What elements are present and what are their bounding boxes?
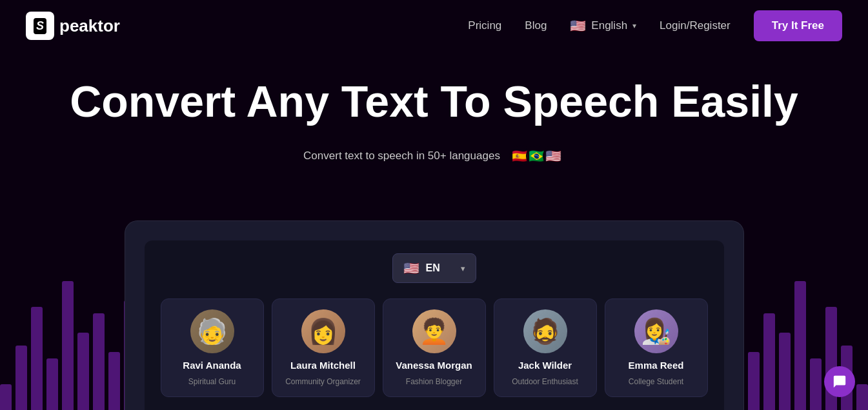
avatar-emma: 👩‍🎨 [634,309,678,353]
wave-bar [31,307,43,410]
chat-button[interactable] [824,366,855,397]
voice-name-laura: Laura Mitchell [290,360,356,371]
wave-bar [108,352,120,410]
wave-bar [810,358,822,410]
wave-bar [856,384,868,410]
language-flag: 🇺🇸 [570,18,586,34]
hero-title: Convert Any Text To Speech Easily [13,77,855,126]
language-selector[interactable]: 🇺🇸 English ▾ [570,18,636,34]
hero-subtitle: Convert text to speech in 50+ languages … [13,145,855,167]
flags-group: 🇪🇸 🇧🇷 🇺🇸 [509,145,565,167]
wave-bar [794,281,806,410]
voice-card-jack[interactable]: 🧔 Jack Wilder Outdoor Enthusiast [494,298,597,397]
voice-card-emma[interactable]: 👩‍🎨 Emma Reed College Student [605,298,708,397]
voice-role-vanessa: Fashion Blogger [406,377,462,386]
voice-card-ravi[interactable]: 🧓 Ravi Ananda Spiritual Guru [161,298,264,397]
login-register-link[interactable]: Login/Register [660,19,731,32]
language-label: English [591,19,627,32]
voice-role-laura: Community Organizer [285,377,361,386]
voice-role-jack: Outdoor Enthusiast [512,377,578,386]
avatar-vanessa: 🧑‍🦱 [412,309,456,353]
logo[interactable]: S peaktor [26,12,120,40]
wave-bar [763,313,775,410]
logo-text: peaktor [59,16,120,36]
dropdown-chevron-icon: ▾ [461,264,465,273]
dropdown-lang-code: EN [426,262,440,274]
nav-pricing[interactable]: Pricing [468,19,501,32]
chat-icon [833,375,847,389]
voice-card-vanessa[interactable]: 🧑‍🦱 Vanessa Morgan Fashion Blogger [383,298,486,397]
voice-cards: 🧓 Ravi Ananda Spiritual Guru 👩 Laura Mit… [157,298,711,397]
voice-name-jack: Jack Wilder [518,360,572,371]
wave-bar [46,358,58,410]
avatar-ravi: 🧓 [190,309,234,353]
wave-bar [15,346,27,410]
voice-role-ravi: Spiritual Guru [188,377,236,386]
voice-card-laura[interactable]: 👩 Laura Mitchell Community Organizer [272,298,375,397]
app-preview: 🇺🇸 EN ▾ 🧓 Ravi Ananda Spiritual Guru 👩 L… [125,220,744,410]
navbar: S peaktor Pricing Blog 🇺🇸 English ▾ Logi… [0,0,868,52]
chevron-down-icon: ▾ [632,21,636,30]
try-it-free-button[interactable]: Try It Free [754,10,842,41]
wave-bar [0,384,12,410]
wave-bar [748,352,760,410]
voice-name-ravi: Ravi Ananda [183,360,241,371]
wave-bar [77,333,89,410]
nav-blog[interactable]: Blog [525,19,547,32]
voice-name-vanessa: Vanessa Morgan [396,360,472,371]
app-language-dropdown[interactable]: 🇺🇸 EN ▾ [392,253,476,283]
hero-subtitle-text: Convert text to speech in 50+ languages [303,150,500,162]
avatar-jack: 🧔 [523,309,567,353]
wave-bar [779,333,791,410]
voice-name-emma: Emma Reed [629,360,684,371]
dropdown-flag: 🇺🇸 [403,260,419,276]
flag-us: 🇺🇸 [543,145,565,167]
nav-links: Pricing Blog 🇺🇸 English ▾ Login/Register… [468,10,842,41]
avatar-laura: 👩 [301,309,345,353]
hero-section: Convert Any Text To Speech Easily Conver… [0,52,868,206]
wave-bar [62,281,74,410]
wave-bar [93,313,105,410]
app-inner: 🇺🇸 EN ▾ 🧓 Ravi Ananda Spiritual Guru 👩 L… [145,240,724,410]
voice-role-emma: College Student [629,377,683,386]
logo-icon: S [26,12,54,40]
